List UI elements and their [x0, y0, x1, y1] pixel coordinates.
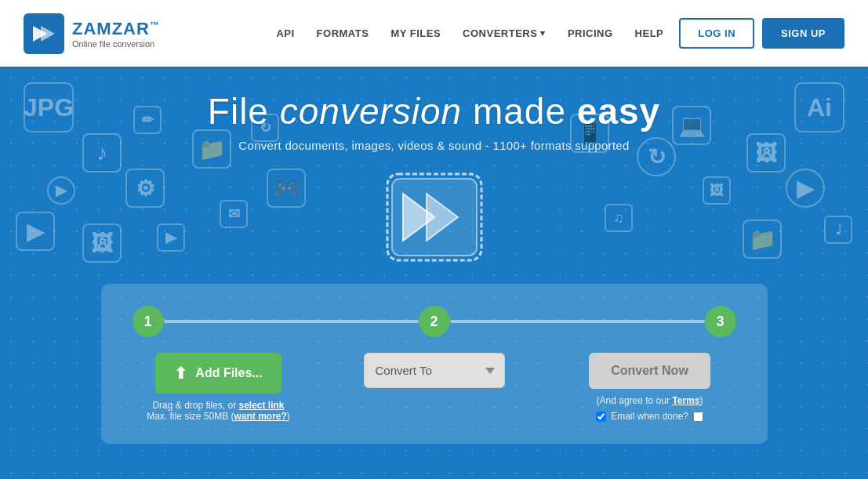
size-hint: Max. file size 50MB (want more?): [147, 411, 290, 422]
upload-icon: ⬆: [174, 364, 187, 383]
play-logo: [380, 166, 489, 268]
nav-links: API FORMATS MY FILES CONVERTERS PRICING …: [276, 27, 663, 39]
step1-col: ⬆ Add Files... Drag & drop files, or sel…: [133, 353, 305, 422]
step3-col: Convert Now (And agree to our Terms) Ema…: [564, 353, 736, 422]
step-1-circle: 1: [133, 306, 164, 337]
nav-converters[interactable]: CONVERTERS: [463, 27, 546, 39]
select-link[interactable]: select link: [239, 400, 285, 411]
want-more-link[interactable]: want more?: [234, 411, 287, 422]
nav-help[interactable]: HELP: [635, 27, 664, 39]
step-line-1: [164, 320, 419, 323]
step-2-circle: 2: [419, 306, 450, 337]
file-hints: Drag & drop files, or select link Max. f…: [147, 400, 290, 422]
play-circle2-icon: ▶: [786, 169, 825, 208]
nav-buttons: LOG IN SIGN UP: [679, 18, 844, 49]
form-controls: ⬆ Add Files... Drag & drop files, or sel…: [133, 353, 736, 422]
conversion-form: 1 2 3 ⬆ Add Files... Drag & drop files, …: [101, 284, 768, 444]
nav-pricing[interactable]: PRICING: [568, 27, 613, 39]
hero-section: JPG ♪ ▶ ▶ 🖼 ✏ ⚙ ▶ 📁 ✉ ↻ 🎮 Ai 🖼 ▶ ♩ 📁 💻 🖼…: [0, 67, 868, 479]
email-row: Email when done?: [596, 411, 703, 422]
jpg-icon: JPG: [24, 82, 74, 132]
agree-text: (And agree to our Terms): [597, 395, 703, 406]
email-label: Email when done?: [611, 411, 688, 422]
logo-icon: [24, 13, 64, 54]
hero-content: File conversion made easy Convert docume…: [101, 67, 768, 444]
navbar: ZAMZAR™ Online file conversion API FORMA…: [0, 0, 868, 67]
login-button[interactable]: LOG IN: [679, 18, 754, 49]
hero-subtitle: Convert documents, images, videos & soun…: [238, 139, 629, 152]
step2-col: Convert To PDF JPG MP3 MP4 DOCX: [305, 353, 564, 388]
email-checkbox[interactable]: [596, 412, 606, 422]
nav-api[interactable]: API: [276, 27, 294, 39]
steps-bar: 1 2 3: [133, 306, 736, 337]
convert-to-select[interactable]: Convert To PDF JPG MP3 MP4 DOCX: [364, 353, 505, 388]
step-line-2: [450, 320, 705, 323]
play-circle-icon: ▶: [47, 176, 75, 205]
ai-icon: Ai: [794, 82, 844, 132]
drag-hint: Drag & drop files, or select link: [147, 400, 290, 411]
logo-title: ZAMZAR™: [72, 19, 160, 39]
hero-title: File conversion made easy: [208, 90, 660, 132]
nav-myfiles[interactable]: MY FILES: [390, 27, 441, 39]
logo: ZAMZAR™ Online file conversion: [24, 13, 160, 54]
terms-link[interactable]: Terms: [672, 395, 699, 406]
email-checkbox2[interactable]: [693, 412, 703, 422]
music2-icon: ♩: [824, 216, 852, 244]
nav-formats[interactable]: FORMATS: [317, 27, 369, 39]
logo-text: ZAMZAR™ Online file conversion: [72, 19, 160, 49]
step-3-circle: 3: [705, 306, 736, 337]
logo-subtitle: Online file conversion: [72, 39, 160, 49]
video-icon: ▶: [16, 212, 55, 251]
signup-button[interactable]: SIGN UP: [762, 18, 844, 49]
convert-now-button[interactable]: Convert Now: [589, 353, 710, 389]
add-files-button[interactable]: ⬆ Add Files...: [155, 353, 281, 394]
